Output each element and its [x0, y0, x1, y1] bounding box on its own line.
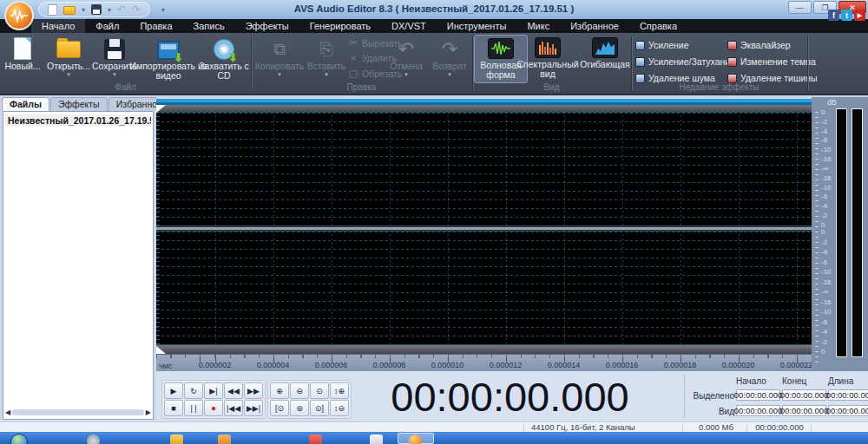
view-start-field[interactable]: 00:00:00.000 — [736, 405, 780, 416]
pause-button[interactable]: | | — [184, 400, 203, 416]
open-button[interactable]: Открыть...▾ — [45, 36, 92, 77]
transport-panel: ▶ ↻ ▶| ◀◀ ▶▶ ■ | | ● |◀◀ ▶▶| ⊕ ⊖ ⊙ ↕⊕ [⊙… — [156, 371, 868, 421]
selection-row-label: Выделено — [686, 391, 734, 401]
app-logo-icon[interactable] — [4, 1, 34, 30]
effect-equalizer[interactable]: Эквалайзер — [727, 40, 791, 50]
effect-tempo-change[interactable]: Изменение темпа — [727, 56, 816, 67]
fade-icon — [635, 57, 645, 67]
zoom-selection-start-button[interactable]: [⊙ — [270, 400, 289, 416]
ruler-tick-label: 0.000020 — [709, 361, 767, 369]
tab-record[interactable]: Запись — [183, 19, 235, 33]
facebook-icon[interactable]: f — [828, 10, 839, 21]
scroll-right-icon[interactable]: ▶ — [146, 408, 151, 417]
go-to-start-button[interactable]: |◀◀ — [224, 400, 243, 416]
level-meter-right — [852, 108, 863, 357]
undo-button[interactable]: ↶ Отмена▾ — [385, 36, 427, 77]
import-arrow-icon: ⬇ — [174, 53, 183, 62]
taskbar-icon-1[interactable] — [87, 434, 100, 444]
effect-fade[interactable]: Усиление/Затухание — [635, 56, 735, 67]
paste-button[interactable]: ⎘ Вставить▾ — [304, 36, 349, 77]
tab-favorites[interactable]: Избранное — [560, 19, 629, 33]
waveform-channel-right[interactable] — [156, 231, 812, 345]
view-end-field[interactable]: 00:00:00.000 — [782, 405, 826, 416]
taskbar-icon-4[interactable] — [309, 434, 322, 444]
playback-controls: ▶ ↻ ▶| ◀◀ ▶▶ ■ | | ● |◀◀ ▶▶| — [161, 380, 266, 419]
copy-button[interactable]: ⧉ Копировать▾ — [255, 36, 304, 77]
forward-button[interactable]: ▶▶ — [244, 382, 263, 399]
selection-length-field[interactable]: 00:00:00.000 — [828, 389, 868, 401]
record-button[interactable]: ● — [204, 400, 223, 416]
scrollbar-thumb[interactable] — [12, 409, 144, 415]
equalizer-icon — [727, 41, 737, 50]
zoom-selection-button[interactable]: ⊚ — [290, 400, 309, 416]
ruler-tick-label: 0.000022 — [767, 361, 812, 369]
capture-from-cd-button[interactable]: ⬇ Захватить с CD — [198, 36, 250, 81]
open-folder-icon — [56, 41, 81, 58]
recent-effects-group-label: Недавние эффекты — [631, 82, 807, 92]
play-button[interactable]: ▶ — [164, 382, 183, 399]
play-to-end-button[interactable]: ▶| — [204, 382, 223, 399]
ruler-tick-label: 0.000004 — [244, 361, 302, 369]
marker-bar-top[interactable] — [156, 105, 812, 112]
selection-panel: Начало Конец Длина Выделено 00:00:00.000… — [686, 371, 868, 421]
tab-effects[interactable]: Эффекты — [235, 19, 299, 33]
stop-button[interactable]: ■ — [164, 400, 183, 416]
sidebar-tabs: Файлы Эффекты Избранное — [2, 97, 170, 111]
selection-start-field[interactable]: 00:00:00.000 — [736, 389, 780, 401]
file-list: Неизвестный_2017.01.26_17.19.51 ◀ ▶ — [3, 111, 154, 420]
view-length-field[interactable]: 00:00:00.000 — [828, 405, 868, 416]
file-group-label: Файл — [0, 82, 251, 92]
file-list-h-scrollbar[interactable]: ◀ ▶ — [5, 408, 151, 417]
zoom-full-button[interactable]: ⊙ — [310, 382, 329, 399]
go-to-end-button[interactable]: ▶▶| — [244, 400, 263, 416]
envelope-view-button[interactable]: Огибающая — [578, 35, 632, 72]
rewind-button[interactable]: ◀◀ — [224, 382, 243, 399]
panel-divider — [684, 375, 685, 418]
tab-file[interactable]: Файл — [85, 19, 129, 33]
tab-edit[interactable]: Правка — [129, 19, 182, 33]
sidebar-panel: Файлы Эффекты Избранное Неизвестный_2017… — [0, 95, 156, 421]
save-floppy-icon — [104, 39, 125, 60]
start-button[interactable] — [10, 434, 28, 444]
vertical-zoom-in-button[interactable]: ↕⊕ — [330, 382, 349, 399]
taskbar-icon-5[interactable] — [370, 434, 383, 444]
minimize-button[interactable]: — — [788, 1, 812, 14]
tab-dxvst[interactable]: DX/VST — [381, 19, 437, 33]
col-header-end: Конец — [782, 376, 827, 386]
db-unit-label: dB — [827, 98, 837, 107]
ruler-tick-label: 0.000012 — [477, 361, 535, 369]
vertical-zoom-out-button[interactable]: ↕⊖ — [330, 400, 349, 416]
zoom-selection-end-button[interactable]: ⊙] — [310, 400, 329, 416]
tab-tools[interactable]: Инструменты — [437, 19, 517, 33]
amplitude-ticks — [156, 113, 160, 225]
effect-amplify[interactable]: Усиление — [635, 40, 689, 50]
scroll-left-icon[interactable]: ◀ — [5, 408, 10, 417]
file-list-item[interactable]: Неизвестный_2017.01.26_17.19.51 — [5, 114, 151, 127]
tab-help[interactable]: Справка — [629, 19, 687, 33]
taskbar-icon-2[interactable] — [170, 434, 183, 444]
tab-home[interactable]: Начало — [31, 19, 85, 33]
taskbar-active-app[interactable] — [398, 433, 434, 444]
youtube-icon[interactable]: ▶ — [854, 10, 865, 21]
selection-end-field[interactable]: 00:00:00.000 — [782, 389, 826, 401]
waveform-channel-left[interactable] — [156, 112, 812, 226]
sidebar-tab-effects[interactable]: Эффекты — [50, 97, 108, 111]
time-ruler[interactable]: чмс 0.0000020.0000040.0000060.0000080.00… — [156, 354, 812, 371]
seek-bar[interactable] — [156, 97, 812, 105]
zoom-out-button[interactable]: ⊖ — [290, 382, 309, 399]
taskbar-icon-3[interactable] — [218, 434, 231, 444]
spectral-view-button[interactable]: Спектральный вид — [519, 35, 576, 82]
cut-icon: ✂ — [348, 37, 358, 49]
loop-button[interactable]: ↻ — [184, 382, 203, 399]
import-from-video-button[interactable]: ⬇ Импортировать из видео — [128, 36, 208, 81]
new-button[interactable]: Новый... — [2, 36, 43, 71]
undo-arrow-icon: ↶ — [398, 39, 414, 60]
twitter-icon[interactable]: t — [841, 10, 852, 21]
marker-bar-bottom[interactable] — [156, 345, 812, 354]
tab-mix[interactable]: Микс — [516, 19, 560, 33]
tab-generate[interactable]: Генерировать — [299, 19, 381, 33]
zoom-in-button[interactable]: ⊕ — [270, 382, 289, 399]
tempo-change-icon — [727, 57, 737, 67]
sidebar-tab-files[interactable]: Файлы — [2, 97, 49, 111]
redo-button[interactable]: ↷ Возврат▾ — [429, 36, 470, 77]
